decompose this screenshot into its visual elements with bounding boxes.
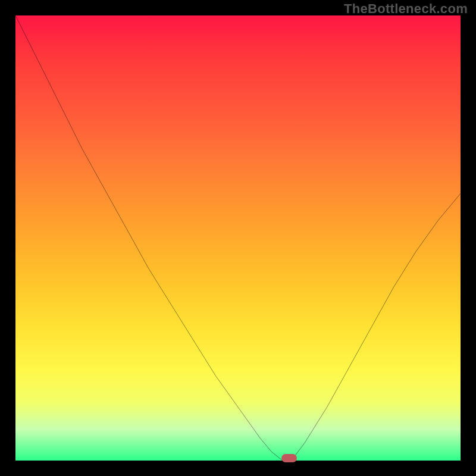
- chart-frame: TheBottleneck.com: [0, 0, 476, 476]
- bottleneck-curve: [15, 15, 461, 461]
- watermark-text: TheBottleneck.com: [344, 1, 468, 17]
- plot-area: [15, 15, 461, 461]
- optimal-marker: [281, 454, 297, 462]
